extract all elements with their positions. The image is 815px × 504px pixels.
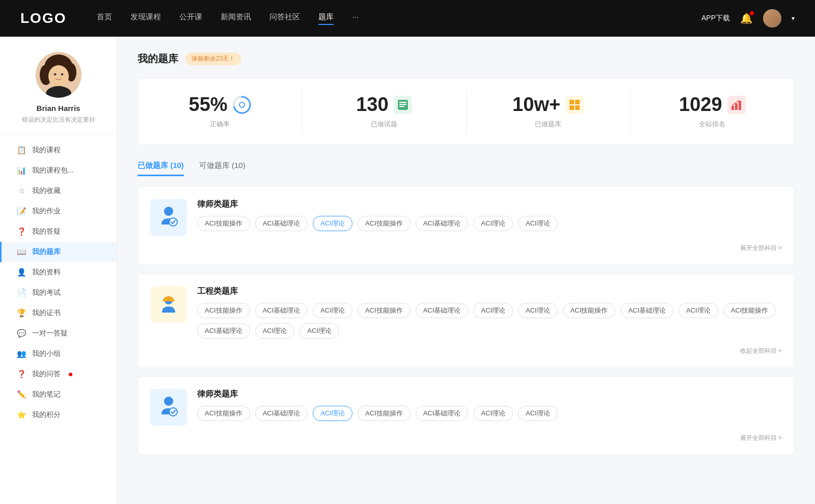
- nav-more[interactable]: ···: [352, 12, 359, 25]
- accuracy-icon: [233, 96, 251, 114]
- sidebar-item-5[interactable]: 📖 我的题库: [0, 242, 117, 262]
- svg-point-9: [239, 102, 244, 107]
- card-1-tag-0[interactable]: ACI技能操作: [197, 216, 250, 231]
- card-1-tag-4[interactable]: ACI基础理论: [416, 216, 469, 231]
- nav-home[interactable]: 首页: [97, 12, 112, 25]
- quiz-card-1-expand[interactable]: 展开全部科目 >: [150, 244, 782, 253]
- card-2-tag-13[interactable]: ACI理论: [300, 323, 339, 339]
- page-header: 我的题库 体验剩余23天！: [138, 52, 795, 66]
- svg-rect-24: [162, 300, 175, 301]
- tab-available[interactable]: 可做题库 (10): [199, 157, 246, 176]
- logo: LOGO: [20, 10, 66, 26]
- tab-done[interactable]: 已做题库 (10): [138, 157, 184, 176]
- quiz-card-3: 律师类题库 ACI技能操作ACI基础理论ACI理论ACI技能操作ACI基础理论A…: [138, 376, 795, 455]
- card-2-tag-3[interactable]: ACI技能操作: [358, 303, 411, 318]
- card-1-tag-1[interactable]: ACI基础理论: [255, 216, 308, 231]
- done-b-icon: [565, 96, 584, 114]
- quiz-card-1: 律师类题库 ACI技能操作ACI基础理论ACI理论ACI技能操作ACI基础理论A…: [138, 186, 795, 265]
- card-1-tag-3[interactable]: ACI技能操作: [358, 216, 411, 231]
- svg-rect-14: [569, 100, 574, 104]
- card-1-tag-5[interactable]: ACI理论: [473, 216, 513, 231]
- quiz-card-2-tags: ACI技能操作ACI基础理论ACI理论ACI技能操作ACI基础理论ACI理论AC…: [197, 303, 782, 339]
- card-2-tag-4[interactable]: ACI基础理论: [416, 303, 469, 318]
- menu-label-3: 我的作业: [32, 207, 61, 216]
- svg-rect-11: [399, 102, 406, 103]
- card-2-tag-8[interactable]: ACI基础理论: [620, 303, 673, 318]
- engineer-svg: [156, 292, 181, 317]
- sidebar-item-9[interactable]: 💬 一对一答疑: [0, 323, 117, 344]
- user-menu-arrow[interactable]: ▾: [792, 15, 795, 22]
- card-3-tag-5[interactable]: ACI理论: [473, 406, 513, 421]
- quiz-card-1-title: 律师类题库: [197, 199, 782, 210]
- nav-discover[interactable]: 发现课程: [130, 12, 161, 25]
- sidebar-item-6[interactable]: 👤 我的资料: [0, 262, 117, 283]
- stat-done-questions: 130 已做试题: [302, 89, 466, 134]
- card-1-tag-6[interactable]: ACI理论: [518, 216, 558, 231]
- card-1-tag-2[interactable]: ACI理论: [313, 216, 352, 231]
- card-2-tag-10[interactable]: ACI技能操作: [723, 303, 776, 318]
- trial-badge: 体验剩余23天！: [185, 52, 241, 65]
- stat-accuracy: 55% 正确率: [138, 89, 302, 134]
- svg-point-22: [169, 218, 177, 226]
- quiz-card-3-title: 律师类题库: [197, 389, 782, 400]
- card-3-tag-6[interactable]: ACI理论: [518, 406, 558, 421]
- menu-icon-7: 📄: [17, 288, 26, 297]
- svg-point-21: [164, 207, 173, 216]
- sidebar-item-0[interactable]: 📋 我的课程: [0, 140, 117, 160]
- card-2-tag-1[interactable]: ACI基础理论: [255, 303, 308, 318]
- quiz-card-2: 工程类题库 ACI技能操作ACI基础理论ACI理论ACI技能操作ACI基础理论A…: [138, 273, 795, 368]
- notification-bell[interactable]: 🔔: [740, 12, 753, 24]
- card-2-tag-2[interactable]: ACI理论: [313, 303, 352, 318]
- stat-rank-label: 全站排名: [699, 120, 725, 129]
- stat-rank: 1029 全站排名: [631, 89, 794, 134]
- quiz-card-3-tags: ACI技能操作ACI基础理论ACI理论ACI技能操作ACI基础理论ACI理论AC…: [197, 406, 782, 421]
- nav-open-course[interactable]: 公开课: [179, 12, 202, 25]
- sidebar-item-2[interactable]: ☆ 我的收藏: [0, 181, 117, 201]
- menu-label-0: 我的课程: [32, 146, 61, 155]
- stat-rank-value: 1029: [679, 94, 722, 116]
- sidebar-item-8[interactable]: 🏆 我的证书: [0, 303, 117, 323]
- sidebar-item-7[interactable]: 📄 我的考试: [0, 283, 117, 303]
- card-2-tag-9[interactable]: ACI理论: [678, 303, 718, 318]
- quiz-card-3-expand[interactable]: 展开全部科目 >: [150, 434, 782, 442]
- lawyer-svg-3: [156, 395, 181, 419]
- card-3-tag-2[interactable]: ACI理论: [313, 406, 352, 421]
- user-avatar-nav[interactable]: [763, 9, 781, 27]
- menu-icon-3: 📝: [17, 207, 26, 216]
- card-3-tag-0[interactable]: ACI技能操作: [197, 406, 250, 421]
- card-2-tag-12[interactable]: ACI理论: [255, 323, 295, 339]
- svg-rect-15: [575, 100, 580, 104]
- sidebar-item-3[interactable]: 📝 我的作业: [0, 201, 117, 221]
- notification-dot: [750, 11, 754, 15]
- stat-done-banks: 10w+ 已做题库: [467, 89, 631, 134]
- svg-rect-18: [731, 106, 734, 110]
- sidebar-item-11[interactable]: ❓ 我的问答: [0, 364, 117, 384]
- sidebar-item-1[interactable]: 📊 我的课程包...: [0, 160, 117, 181]
- menu-icon-4: ❓: [17, 227, 26, 236]
- sidebar-item-4[interactable]: ❓ 我的答疑: [0, 221, 117, 242]
- quiz-card-2-collapse[interactable]: 收起全部科目 >: [150, 347, 782, 355]
- card-2-tag-11[interactable]: ACI基础理论: [197, 323, 250, 339]
- menu-icon-8: 🏆: [17, 309, 26, 318]
- nav-news[interactable]: 新闻资讯: [221, 12, 251, 25]
- tabs: 已做题库 (10) 可做题库 (10): [138, 157, 795, 176]
- menu-icon-9: 💬: [17, 329, 26, 338]
- menu-icon-12: ✏️: [17, 390, 26, 399]
- sidebar-item-12[interactable]: ✏️ 我的笔记: [0, 384, 117, 405]
- card-3-tag-4[interactable]: ACI基础理论: [416, 406, 469, 421]
- card-2-tag-6[interactable]: ACI理论: [518, 303, 558, 318]
- svg-rect-16: [569, 105, 574, 110]
- svg-point-4: [48, 65, 69, 88]
- sidebar-item-10[interactable]: 👥 我的小组: [0, 344, 117, 364]
- nav-qa[interactable]: 问答社区: [269, 12, 300, 25]
- card-3-tag-3[interactable]: ACI技能操作: [358, 406, 411, 421]
- stat-accuracy-value: 55%: [189, 94, 228, 116]
- card-2-tag-0[interactable]: ACI技能操作: [197, 303, 250, 318]
- nav-quiz[interactable]: 题库: [318, 12, 334, 25]
- card-3-tag-1[interactable]: ACI基础理论: [255, 406, 308, 421]
- card-2-tag-5[interactable]: ACI理论: [473, 303, 513, 318]
- card-2-tag-7[interactable]: ACI技能操作: [563, 303, 616, 318]
- sidebar-item-13[interactable]: ⭐ 我的积分: [0, 405, 117, 425]
- app-download[interactable]: APP下载: [701, 14, 730, 23]
- user-name: Brian Harris: [37, 104, 80, 113]
